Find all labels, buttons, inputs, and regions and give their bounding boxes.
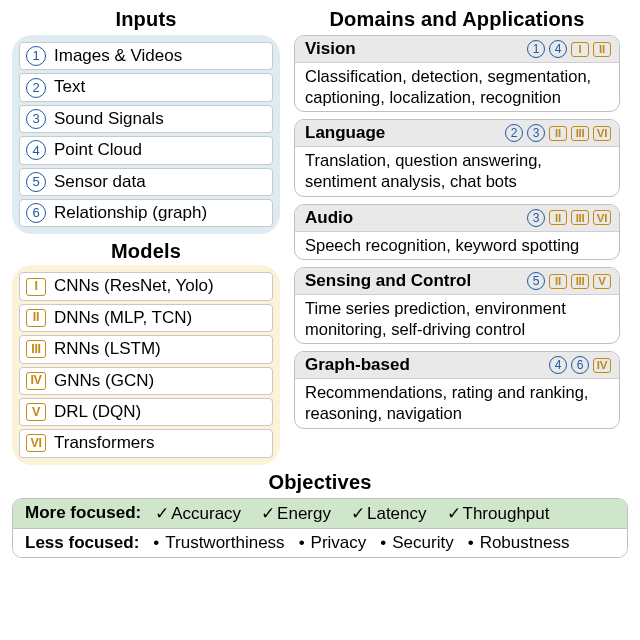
- input-number-badge: 1: [26, 46, 46, 66]
- model-label: DRL (DQN): [54, 402, 141, 422]
- domain-header: Sensing and Control 5IIIIIV: [295, 268, 619, 295]
- model-row: VDRL (DQN): [19, 398, 273, 426]
- model-ref-badge: III: [571, 210, 589, 225]
- input-ref-badge: 3: [527, 209, 545, 227]
- input-label: Images & Videos: [54, 46, 182, 66]
- objective-less-item: Trustworthiness: [153, 533, 284, 553]
- input-row: 5Sensor data: [19, 168, 273, 196]
- less-focused-label: Less focused:: [25, 533, 139, 553]
- domains-panel: Vision 14III Classification, detection, …: [294, 35, 620, 429]
- model-row: IVGNNs (GCN): [19, 367, 273, 395]
- model-roman-badge: I: [26, 278, 46, 296]
- top-row: Inputs 1Images & Videos2Text3Sound Signa…: [12, 8, 628, 465]
- input-number-badge: 2: [26, 78, 46, 98]
- domain-tags: 3IIIIIVI: [527, 209, 611, 227]
- domain-card: Audio 3IIIIIVI Speech recognition, keywo…: [294, 204, 620, 261]
- model-roman-badge: VI: [26, 434, 46, 452]
- input-number-badge: 6: [26, 203, 46, 223]
- input-number-badge: 4: [26, 140, 46, 160]
- inputs-title: Inputs: [12, 8, 280, 31]
- domain-name: Graph-based: [305, 355, 410, 375]
- input-label: Point Cloud: [54, 140, 142, 160]
- model-label: CNNs (ResNet, Yolo): [54, 276, 214, 296]
- objectives-panel: More focused: AccuracyEnergyLatencyThrou…: [12, 498, 628, 558]
- model-row: VITransformers: [19, 429, 273, 457]
- input-row: 1Images & Videos: [19, 42, 273, 70]
- model-label: DNNs (MLP, TCN): [54, 308, 192, 328]
- model-roman-badge: IV: [26, 372, 46, 390]
- domain-tags: 23IIIIIVI: [505, 124, 611, 142]
- model-ref-badge: V: [593, 274, 611, 289]
- domain-card: Graph-based 46IV Recommendations, rating…: [294, 351, 620, 428]
- input-label: Sound Signals: [54, 109, 164, 129]
- input-ref-badge: 2: [505, 124, 523, 142]
- model-roman-badge: II: [26, 309, 46, 327]
- right-column: Domains and Applications Vision 14III Cl…: [294, 8, 620, 465]
- models-title: Models: [12, 240, 280, 263]
- model-roman-badge: V: [26, 403, 46, 421]
- domain-header: Audio 3IIIIIVI: [295, 205, 619, 232]
- domains-title: Domains and Applications: [294, 8, 620, 31]
- input-label: Text: [54, 77, 85, 97]
- input-ref-badge: 3: [527, 124, 545, 142]
- model-ref-badge: III: [571, 126, 589, 141]
- domain-tags: 14III: [527, 40, 611, 58]
- inputs-panel: 1Images & Videos2Text3Sound Signals4Poin…: [12, 35, 280, 234]
- domain-name: Language: [305, 123, 385, 143]
- model-ref-badge: II: [593, 42, 611, 57]
- model-ref-badge: I: [571, 42, 589, 57]
- domain-card: Vision 14III Classification, detection, …: [294, 35, 620, 112]
- model-ref-badge: VI: [593, 210, 611, 225]
- objectives-less-row: Less focused: TrustworthinessPrivacySecu…: [13, 529, 627, 557]
- domain-body: Translation, question answering, sentime…: [295, 147, 619, 195]
- left-column: Inputs 1Images & Videos2Text3Sound Signa…: [12, 8, 280, 465]
- model-label: RNNs (LSTM): [54, 339, 161, 359]
- model-row: IIDNNs (MLP, TCN): [19, 304, 273, 332]
- input-ref-badge: 6: [571, 356, 589, 374]
- less-focused-items: TrustworthinessPrivacySecurityRobustness: [153, 533, 569, 553]
- model-row: ICNNs (ResNet, Yolo): [19, 272, 273, 300]
- objectives-more-row: More focused: AccuracyEnergyLatencyThrou…: [13, 499, 627, 529]
- domain-name: Vision: [305, 39, 356, 59]
- input-label: Relationship (graph): [54, 203, 207, 223]
- model-ref-badge: II: [549, 210, 567, 225]
- model-label: Transformers: [54, 433, 154, 453]
- domain-card: Sensing and Control 5IIIIIV Time series …: [294, 267, 620, 344]
- objective-more-item: Throughput: [447, 503, 550, 524]
- domain-header: Language 23IIIIIVI: [295, 120, 619, 147]
- domain-body: Time series prediction, environment moni…: [295, 295, 619, 343]
- domain-body: Classification, detection, segmentation,…: [295, 63, 619, 111]
- objective-less-item: Security: [380, 533, 453, 553]
- objective-less-item: Robustness: [468, 533, 570, 553]
- model-ref-badge: II: [549, 126, 567, 141]
- domain-card: Language 23IIIIIVI Translation, question…: [294, 119, 620, 196]
- input-ref-badge: 4: [549, 40, 567, 58]
- domain-tags: 46IV: [549, 356, 611, 374]
- input-ref-badge: 1: [527, 40, 545, 58]
- models-panel: ICNNs (ResNet, Yolo)IIDNNs (MLP, TCN)III…: [12, 265, 280, 464]
- model-row: IIIRNNs (LSTM): [19, 335, 273, 363]
- objective-more-item: Energy: [261, 503, 331, 524]
- input-ref-badge: 5: [527, 272, 545, 290]
- domain-header: Vision 14III: [295, 36, 619, 63]
- objective-more-item: Accuracy: [155, 503, 241, 524]
- model-ref-badge: III: [571, 274, 589, 289]
- input-row: 3Sound Signals: [19, 105, 273, 133]
- more-focused-label: More focused:: [25, 503, 141, 523]
- model-ref-badge: II: [549, 274, 567, 289]
- model-roman-badge: III: [26, 340, 46, 358]
- more-focused-items: AccuracyEnergyLatencyThroughput: [155, 503, 549, 524]
- domain-name: Sensing and Control: [305, 271, 471, 291]
- input-row: 2Text: [19, 73, 273, 101]
- model-ref-badge: IV: [593, 358, 611, 373]
- objective-less-item: Privacy: [299, 533, 367, 553]
- objective-more-item: Latency: [351, 503, 427, 524]
- domain-tags: 5IIIIIV: [527, 272, 611, 290]
- model-label: GNNs (GCN): [54, 371, 154, 391]
- domain-header: Graph-based 46IV: [295, 352, 619, 379]
- domain-name: Audio: [305, 208, 353, 228]
- model-ref-badge: VI: [593, 126, 611, 141]
- input-label: Sensor data: [54, 172, 146, 192]
- objectives-section: Objectives More focused: AccuracyEnergyL…: [12, 471, 628, 558]
- objectives-title: Objectives: [12, 471, 628, 494]
